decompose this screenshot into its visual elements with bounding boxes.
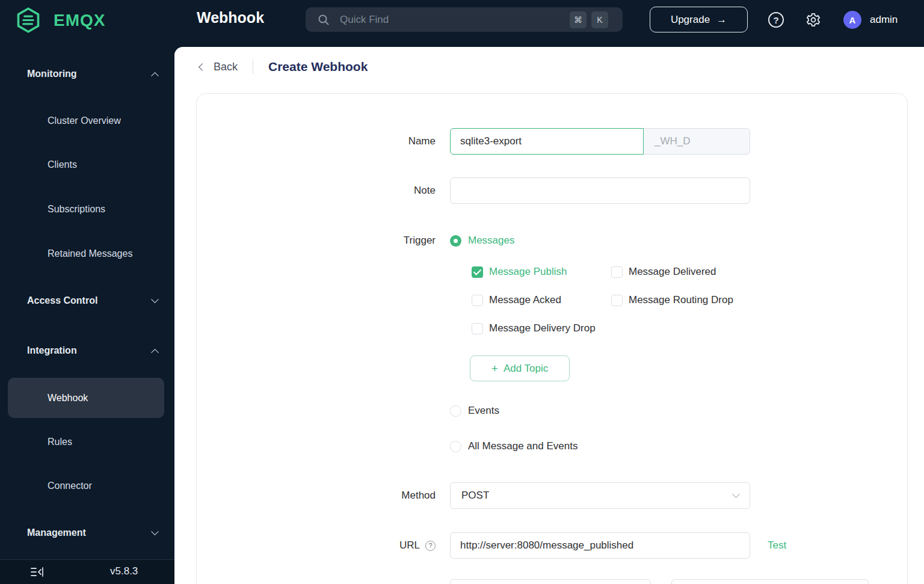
chevron-up-icon	[151, 348, 159, 356]
upgrade-button[interactable]: Upgrade →	[650, 7, 748, 32]
section-label: Integration	[27, 345, 77, 356]
trigger-row: Trigger Messages Message Publish Me	[197, 233, 907, 454]
sidebar-section-integration[interactable]: Integration	[27, 343, 158, 358]
back-button[interactable]: Back	[200, 61, 238, 73]
trigger-label: Trigger	[197, 233, 450, 248]
gear-icon	[805, 12, 821, 28]
method-label: Method	[197, 482, 450, 509]
url-row: URL ? Test	[197, 532, 907, 559]
back-label: Back	[214, 61, 238, 73]
name-input[interactable]	[450, 128, 644, 155]
collapse-sidebar-button[interactable]	[30, 566, 45, 580]
name-row: Name _WH_D	[197, 128, 907, 155]
sidebar-item-webhook-active[interactable]: Webhook	[8, 378, 164, 418]
upgrade-label: Upgrade	[671, 14, 710, 26]
item-label: Clients	[48, 159, 77, 170]
checkbox-message-acked[interactable]: Message Acked	[472, 293, 611, 307]
arrow-right-icon: →	[716, 14, 727, 26]
content-header: Back Create Webhook	[174, 47, 924, 87]
chevron-down-icon	[151, 527, 159, 535]
test-link[interactable]: Test	[768, 532, 786, 559]
sidebar-item-subscriptions[interactable]: Subscriptions	[48, 201, 158, 217]
sidebar-item-cluster-overview[interactable]: Cluster Overview	[48, 113, 158, 129]
sidebar-footer: v5.8.3	[0, 559, 174, 584]
radio-messages[interactable]: Messages	[450, 233, 907, 248]
url-input[interactable]	[450, 532, 750, 559]
checkbox-unchecked-icon	[472, 295, 483, 306]
item-label: Connector	[48, 481, 92, 491]
chevron-left-icon	[199, 63, 206, 71]
sidebar-item-connector[interactable]: Connector	[48, 478, 158, 494]
checkbox-unchecked-icon	[611, 266, 623, 278]
search-icon	[318, 14, 330, 26]
item-label: Subscriptions	[48, 204, 105, 215]
checkbox-message-delivery-drop[interactable]: Message Delivery Drop	[472, 321, 611, 336]
sidebar-item-clients[interactable]: Clients	[48, 157, 158, 173]
section-label: Access Control	[27, 295, 97, 306]
partial-input-right[interactable]	[671, 579, 869, 584]
avatar: A	[843, 11, 861, 29]
checkbox-label: Message Acked	[489, 294, 561, 306]
help-button[interactable]: ?	[768, 12, 784, 28]
checkbox-label: Message Routing Drop	[629, 294, 733, 306]
add-topic-label: Add Topic	[504, 363, 548, 375]
checkbox-label: Message Publish	[489, 266, 567, 278]
checkbox-unchecked-icon	[611, 295, 623, 306]
sidebar: Monitoring Cluster Overview Clients Subs…	[0, 40, 174, 584]
item-label: Retained Messages	[48, 248, 132, 259]
sidebar-section-access-control[interactable]: Access Control	[27, 293, 158, 309]
item-label: Webhook	[48, 393, 88, 404]
version-label: v5.8.3	[110, 565, 138, 577]
note-input[interactable]	[450, 177, 750, 204]
note-label: Note	[197, 177, 450, 204]
quick-find-search[interactable]: Quick Find ⌘ K	[306, 7, 623, 32]
webhook-form: Name _WH_D Note Trigger	[197, 94, 907, 584]
method-row: Method POST	[197, 482, 907, 509]
radio-unselected-icon	[450, 405, 461, 417]
radio-selected-icon	[450, 235, 461, 247]
url-label-wrap: URL ?	[197, 532, 450, 559]
sidebar-item-rules[interactable]: Rules	[48, 434, 158, 450]
emqx-logo-icon	[15, 6, 42, 34]
add-topic-button[interactable]: + Add Topic	[470, 355, 570, 381]
chevron-up-icon	[151, 72, 159, 79]
checkbox-unchecked-icon	[472, 323, 483, 334]
page-title: Webhook	[197, 9, 264, 26]
section-label: Monitoring	[27, 69, 77, 79]
collapse-sidebar-icon	[30, 566, 45, 578]
logo-text: EMQX	[54, 11, 105, 30]
form-card: Name _WH_D Note Trigger	[196, 93, 908, 584]
checkbox-message-publish[interactable]: Message Publish	[472, 265, 611, 279]
message-checkbox-grid: Message Publish Message Delivered Messag…	[472, 265, 907, 336]
divider	[253, 60, 253, 74]
checkbox-message-routing-drop[interactable]: Message Routing Drop	[611, 293, 907, 307]
radio-all-message-and-events[interactable]: All Message and Events	[450, 438, 907, 454]
checkbox-message-delivered[interactable]: Message Delivered	[611, 265, 907, 279]
help-icon: ?	[768, 12, 784, 28]
checkbox-label: Message Delivered	[629, 266, 716, 278]
name-label: Name	[197, 128, 450, 155]
sidebar-item-retained-messages[interactable]: Retained Messages	[48, 246, 158, 262]
chevron-down-icon	[732, 490, 740, 498]
url-help-icon[interactable]: ?	[425, 541, 436, 551]
radio-events[interactable]: Events	[450, 403, 907, 419]
chevron-down-icon	[151, 295, 159, 303]
sidebar-section-management[interactable]: Management	[27, 525, 158, 541]
search-placeholder: Quick Find	[340, 14, 565, 26]
partial-input-left[interactable]	[450, 579, 651, 584]
k-key-badge: K	[591, 11, 608, 28]
user-menu[interactable]: A admin	[843, 11, 898, 29]
sidebar-section-monitoring[interactable]: Monitoring	[27, 66, 158, 82]
main-panel: Back Create Webhook Name _WH_D Note	[174, 47, 924, 584]
emqx-logo[interactable]: EMQX	[15, 6, 105, 34]
radio-label: Messages	[468, 235, 514, 247]
cmd-key-badge: ⌘	[570, 11, 587, 28]
create-webhook-title: Create Webhook	[268, 60, 368, 74]
note-row: Note	[197, 177, 907, 204]
checkbox-label: Message Delivery Drop	[489, 322, 596, 334]
radio-label: Events	[468, 405, 499, 417]
top-header: EMQX Webhook Quick Find ⌘ K Upgrade → ? …	[0, 0, 924, 40]
url-label: URL	[399, 539, 420, 552]
method-select[interactable]: POST	[450, 482, 750, 509]
settings-button[interactable]	[805, 12, 821, 28]
